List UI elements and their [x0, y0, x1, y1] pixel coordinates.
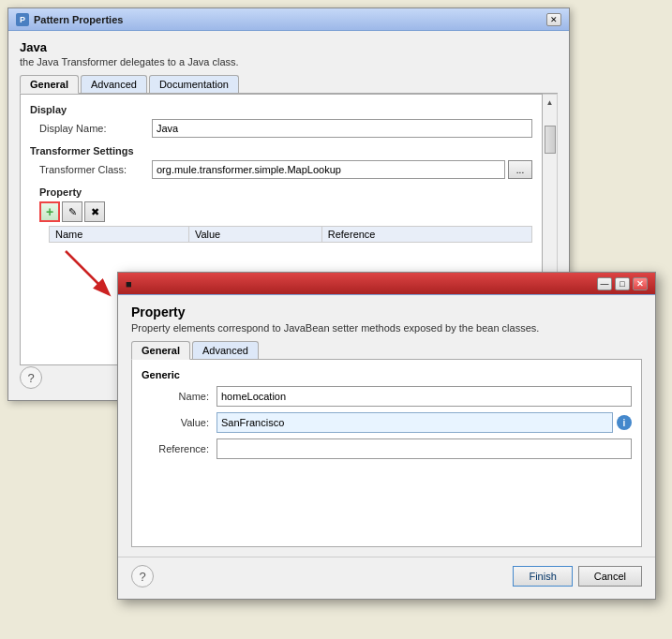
property-dialog-restore-btn[interactable]: □	[615, 277, 630, 290]
property-dialog-description: Property elements correspond to JavaBean…	[131, 322, 642, 334]
delete-icon: ✖	[91, 206, 99, 218]
value-label: Value:	[142, 417, 217, 428]
property-tab-advanced[interactable]: Advanced	[192, 341, 259, 359]
property-dialog-close-btn[interactable]: ✕	[633, 277, 648, 290]
property-dialog-title-text: ■	[126, 278, 132, 290]
add-icon: +	[46, 204, 53, 219]
property-dialog-min-btn[interactable]: —	[597, 277, 612, 290]
tab-documentation[interactable]: Documentation	[149, 75, 239, 93]
pattern-title-icon: P	[16, 13, 29, 26]
transformer-class-label: Transformer Class:	[39, 164, 152, 175]
pattern-close-btn[interactable]: ✕	[546, 13, 561, 26]
reference-input[interactable]	[217, 438, 632, 459]
transformer-class-input[interactable]	[152, 160, 505, 179]
property-section: Property + ✎ ✖	[30, 186, 532, 243]
property-dialog-heading: Property	[131, 305, 642, 320]
property-dialog-body: Property Property elements correspond to…	[118, 295, 655, 557]
property-dialog-title-icon: ■	[126, 278, 132, 290]
col-value: Value	[188, 227, 321, 243]
display-name-label: Display Name:	[39, 123, 152, 134]
pattern-window-controls: ✕	[546, 13, 561, 26]
finish-button[interactable]: Finish	[513, 566, 572, 587]
property-dialog-controls: — □ ✕	[597, 277, 648, 290]
property-dialog-window: ■ — □ ✕ Property Property elements corre…	[117, 272, 656, 600]
name-input[interactable]	[217, 386, 632, 407]
property-help-button[interactable]: ?	[131, 565, 154, 587]
tab-general[interactable]: General	[20, 75, 79, 94]
property-label: Property	[39, 186, 532, 198]
display-name-input[interactable]	[152, 119, 532, 138]
cancel-button[interactable]: Cancel	[578, 566, 642, 587]
display-section-label: Display	[30, 104, 532, 115]
info-icon: i	[617, 415, 632, 430]
edit-icon: ✎	[68, 206, 77, 218]
value-input[interactable]	[217, 412, 613, 433]
add-property-button[interactable]: +	[39, 201, 60, 222]
browse-button[interactable]: ...	[508, 160, 532, 179]
col-reference: Reference	[321, 227, 531, 243]
pattern-title: P Pattern Properties	[16, 13, 123, 26]
transformer-section-label: Transformer Settings	[30, 145, 532, 156]
scrollbar-thumb[interactable]	[545, 126, 556, 154]
java-title: Java	[20, 40, 558, 54]
name-label: Name:	[142, 391, 217, 402]
delete-property-button[interactable]: ✖	[84, 201, 105, 222]
transformer-class-row: Transformer Class: ...	[30, 160, 532, 179]
property-tab-general[interactable]: General	[131, 341, 190, 360]
reference-label: Reference:	[142, 443, 217, 454]
generic-section-label: Generic	[142, 369, 632, 380]
scroll-up-arrow[interactable]: ▲	[545, 95, 556, 111]
tab-advanced[interactable]: Advanced	[81, 75, 147, 93]
property-dialog-tabs: General Advanced	[131, 341, 642, 360]
pattern-tabs: General Advanced Documentation	[20, 75, 558, 94]
property-table-head: Name Value Reference	[50, 227, 532, 243]
pattern-titlebar: P Pattern Properties ✕	[8, 8, 569, 31]
name-row: Name:	[142, 386, 632, 407]
footer-buttons: Finish Cancel	[513, 566, 642, 587]
property-dialog-content: Generic Name: Value: i Reference:	[131, 360, 642, 547]
property-table: Name Value Reference	[49, 226, 532, 243]
display-name-row: Display Name:	[30, 119, 532, 138]
java-desc: the Java Transformer delegates to a Java…	[20, 56, 558, 67]
property-dialog-footer: ? Finish Cancel	[118, 557, 655, 595]
value-row: Value: i	[142, 412, 632, 433]
help-button[interactable]: ?	[20, 366, 42, 389]
property-dialog-titlebar: ■ — □ ✕	[118, 273, 655, 295]
reference-row: Reference:	[142, 438, 632, 459]
property-toolbar: + ✎ ✖	[39, 201, 532, 222]
edit-property-button[interactable]: ✎	[62, 201, 82, 222]
pattern-title-text: Pattern Properties	[34, 14, 123, 25]
col-name: Name	[50, 227, 189, 243]
